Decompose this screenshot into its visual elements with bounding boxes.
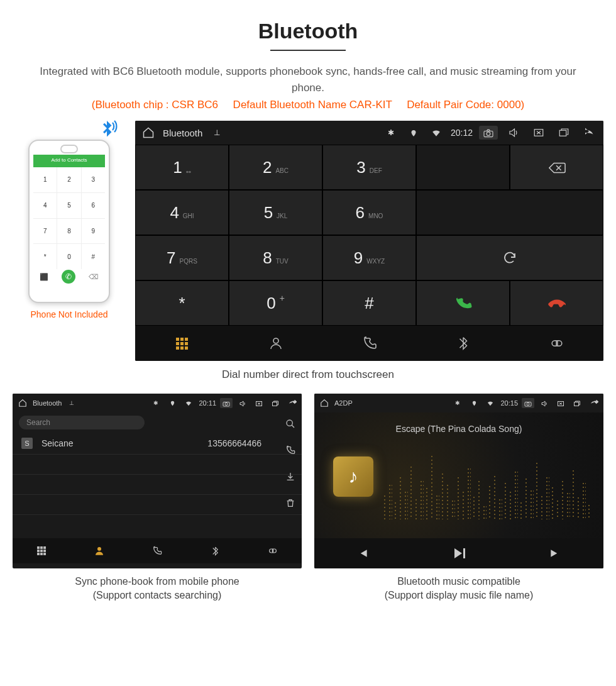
contact-row[interactable]: S Seicane 13566664466 <box>13 433 302 455</box>
contact-badge: S <box>21 438 33 449</box>
search-input[interactable]: Search <box>19 416 145 429</box>
svg-point-9 <box>287 420 292 426</box>
dial-key-4[interactable]: 4GHI <box>135 190 229 235</box>
svg-rect-8 <box>273 402 277 406</box>
redial-button[interactable] <box>416 235 603 280</box>
spec-line: (Bluetooth chip : CSR BC6 Default Blueto… <box>0 96 616 121</box>
bluetooth-status-icon: ✱ <box>150 400 162 406</box>
close-app-icon[interactable] <box>554 399 567 407</box>
dial-key-star[interactable]: * <box>135 280 229 326</box>
dial-key-3[interactable]: 3DEF <box>322 145 416 190</box>
nav-dialpad-button[interactable] <box>13 538 70 563</box>
dial-key-6[interactable]: 6MNO <box>322 190 416 235</box>
subtitle: Integrated with BC6 Bluetooth module, su… <box>0 64 616 96</box>
dial-key-2[interactable]: 2ABC <box>229 145 322 190</box>
recent-apps-icon[interactable] <box>571 399 583 407</box>
phone-key[interactable]: 1 <box>33 167 57 192</box>
song-title: Escape (The Pina Colada Song) <box>396 424 522 434</box>
svg-point-12 <box>527 402 529 405</box>
camera-icon[interactable] <box>479 126 498 140</box>
dial-key-0[interactable]: 0+ <box>229 280 322 326</box>
phone-top-bar: Add to Contacts <box>33 155 105 167</box>
recent-apps-icon[interactable] <box>269 399 282 407</box>
phone-key[interactable]: 7 <box>33 219 57 244</box>
bottom-nav <box>135 326 603 361</box>
phone-key[interactable]: * <box>33 244 57 269</box>
back-icon[interactable] <box>285 399 298 407</box>
home-icon[interactable] <box>140 126 157 139</box>
side-actions <box>285 418 295 508</box>
blank-cell <box>416 190 603 235</box>
recent-apps-icon[interactable] <box>554 127 573 138</box>
camera-icon[interactable] <box>522 398 534 408</box>
back-icon[interactable] <box>580 127 598 138</box>
call-button[interactable] <box>416 280 510 326</box>
phone-home-button[interactable] <box>60 145 78 153</box>
nav-pair-button[interactable] <box>244 538 302 563</box>
head-unit-phonebook: Bluetooth ⊥ ✱ 20:11 Search S Seicane 135… <box>13 394 302 568</box>
phone-key[interactable]: 9 <box>82 219 105 244</box>
download-icon[interactable] <box>285 470 295 482</box>
home-icon[interactable] <box>16 399 29 408</box>
usb-icon: ⊥ <box>209 128 225 137</box>
phone-key[interactable]: 5 <box>57 193 80 218</box>
play-pause-button[interactable] <box>410 538 507 568</box>
status-title: A2DP <box>334 399 353 407</box>
nav-call-log-button[interactable] <box>128 538 186 563</box>
head-unit-music: A2DP ✱ 20:15 Escape (The Pina Colada Son… <box>314 394 603 568</box>
phone-key[interactable]: 6 <box>82 193 105 218</box>
phonebook-body: Search S Seicane 13566664466 <box>13 412 302 538</box>
camera-icon[interactable] <box>220 398 233 408</box>
phone-key[interactable]: 8 <box>57 219 80 244</box>
contact-number: 13566664466 <box>207 438 261 448</box>
hangup-button[interactable] <box>510 280 603 326</box>
backspace-button[interactable] <box>510 145 603 190</box>
close-app-icon[interactable] <box>529 127 548 138</box>
location-icon <box>166 399 179 407</box>
phone-key[interactable]: 4 <box>33 193 57 218</box>
nav-contacts-button[interactable] <box>229 326 322 361</box>
nav-bluetooth-button[interactable] <box>416 326 510 361</box>
home-icon[interactable] <box>318 399 331 408</box>
status-bar: Bluetooth ⊥ ✱ 20:11 <box>13 394 302 412</box>
close-app-icon[interactable] <box>253 399 265 407</box>
dial-key-8[interactable]: 8TUV <box>229 235 322 280</box>
dial-key-1[interactable]: 1ₒₒ <box>135 145 229 190</box>
bluetooth-status-icon: ✱ <box>383 128 399 137</box>
usb-icon: ⊥ <box>65 400 78 406</box>
dial-key-5[interactable]: 5JKL <box>229 190 322 235</box>
phone-call-icon[interactable]: ✆ <box>62 270 75 284</box>
svg-rect-3 <box>559 130 566 136</box>
prev-track-button[interactable] <box>314 538 410 568</box>
phone-key[interactable]: 2 <box>57 167 80 192</box>
wifi-icon <box>182 399 195 407</box>
status-bar: A2DP ✱ 20:15 <box>314 394 603 412</box>
nav-dialpad-button[interactable] <box>135 326 229 361</box>
back-icon[interactable] <box>587 399 600 407</box>
nav-pair-button[interactable] <box>510 326 603 361</box>
dial-key-7[interactable]: 7PQRS <box>135 235 229 280</box>
volume-icon[interactable] <box>504 127 523 138</box>
nav-call-log-button[interactable] <box>322 326 416 361</box>
nav-bluetooth-button[interactable] <box>186 538 244 563</box>
delete-icon[interactable] <box>285 497 295 508</box>
clock: 20:15 <box>500 399 518 407</box>
call-icon[interactable] <box>285 444 295 455</box>
status-title: Bluetooth <box>163 128 202 138</box>
nav-contacts-button[interactable] <box>70 538 128 563</box>
phone-device: Add to Contacts 1 2 3 4 5 6 7 8 9 * 0 # … <box>28 140 110 303</box>
phone-mockup-column: Add to Contacts 1 2 3 4 5 6 7 8 9 * 0 # … <box>13 121 126 319</box>
svg-point-1 <box>487 132 490 136</box>
phone-key[interactable]: # <box>82 244 105 269</box>
dial-key-9[interactable]: 9WXYZ <box>322 235 416 280</box>
phone-key[interactable]: 0 <box>57 244 80 269</box>
dial-key-hash[interactable]: # <box>322 280 416 326</box>
phone-key[interactable]: 3 <box>82 167 105 192</box>
volume-icon[interactable] <box>236 399 249 407</box>
phonebook-caption: Sync phone-book from mobile phone (Suppo… <box>13 568 302 603</box>
svg-point-4 <box>273 338 278 343</box>
next-track-button[interactable] <box>507 538 603 568</box>
svg-point-10 <box>97 547 101 551</box>
search-icon[interactable] <box>285 418 295 429</box>
volume-icon[interactable] <box>538 399 551 407</box>
